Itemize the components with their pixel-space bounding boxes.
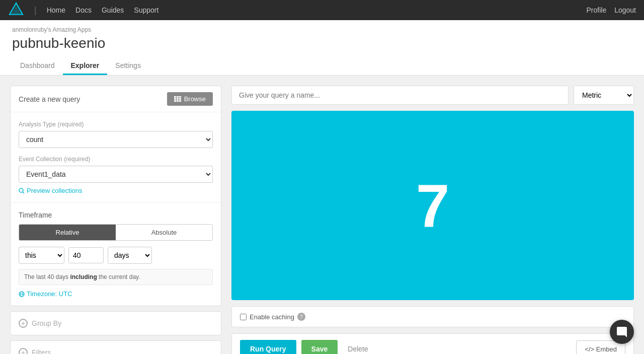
save-button[interactable]: Save	[301, 340, 338, 354]
svg-rect-7	[179, 98, 181, 100]
home-link[interactable]: Home	[47, 6, 65, 14]
timezone-link[interactable]: Timezone: UTC	[19, 290, 213, 298]
settings-tab[interactable]: Settings	[107, 57, 149, 75]
actions-row: Run Query Save Delete </> Embed	[231, 333, 634, 354]
topnav-separator: |	[34, 6, 37, 15]
timeframe-tabs: Relative Absolute	[19, 224, 213, 241]
page-header: anmolonruby's Amazing Apps pubnub-keenio…	[0, 20, 644, 76]
svg-rect-9	[177, 100, 179, 102]
globe-icon	[19, 291, 25, 297]
browse-button-label: Browse	[184, 95, 206, 103]
browse-button[interactable]: Browse	[167, 92, 213, 106]
logo	[8, 2, 24, 19]
grid-icon	[174, 96, 181, 102]
result-number: 7	[416, 175, 450, 236]
docs-link[interactable]: Docs	[75, 6, 92, 14]
left-panel: Create a new query Browse	[10, 86, 221, 354]
metric-select[interactable]: Metric Chart Table	[574, 86, 634, 105]
timeframe-section: Timeframe Relative Absolute this previou…	[11, 202, 221, 306]
guides-link[interactable]: Guides	[102, 6, 124, 14]
caching-help-icon[interactable]: ?	[297, 313, 305, 321]
explorer-tab[interactable]: Explorer	[63, 57, 108, 75]
topnav: | Home Docs Guides Support Profile Logou…	[0, 0, 644, 20]
run-query-button[interactable]: Run Query	[240, 340, 296, 354]
event-collection-label: Event Collection (required)	[19, 155, 213, 163]
enable-caching-checkbox[interactable]	[240, 314, 247, 320]
query-panel: Create a new query Browse	[10, 86, 221, 306]
svg-rect-4	[179, 96, 181, 98]
chat-icon	[616, 326, 628, 338]
create-query-label: Create a new query	[19, 95, 80, 103]
analysis-type-label: Analysis Type (required)	[19, 120, 213, 128]
filters-label: Filters	[32, 348, 51, 354]
timeframe-label: Timeframe	[19, 211, 213, 219]
query-name-input[interactable]	[231, 86, 569, 105]
relative-tab[interactable]: Relative	[19, 225, 116, 240]
right-panel: Metric Chart Table 7 Enable caching ? Ru…	[231, 86, 634, 354]
logout-link[interactable]: Logout	[614, 6, 636, 14]
page-nav: Dashboard Explorer Settings	[12, 57, 149, 75]
query-body: Analysis Type (required) count sum avera…	[11, 112, 221, 202]
svg-rect-6	[177, 98, 179, 100]
preview-collections-link[interactable]: Preview collections	[19, 187, 213, 194]
timeframe-row: this previous days hours minutes weeks m…	[19, 247, 213, 264]
delete-button[interactable]: Delete	[343, 340, 373, 354]
timeframe-hint: The last 40 days including the current d…	[19, 269, 213, 285]
timeframe-number-input[interactable]	[68, 247, 104, 263]
svg-line-12	[23, 192, 24, 193]
svg-point-11	[19, 188, 23, 192]
query-panel-header: Create a new query Browse	[11, 86, 221, 112]
svg-rect-3	[177, 96, 179, 98]
chat-bubble[interactable]	[610, 320, 634, 344]
timeframe-this-select[interactable]: this previous	[19, 247, 64, 264]
group-by-section[interactable]: + Group By	[10, 311, 221, 335]
filters-section[interactable]: + Filters	[10, 340, 221, 354]
group-by-plus-icon: +	[19, 319, 28, 328]
support-link[interactable]: Support	[134, 6, 158, 14]
svg-rect-5	[174, 98, 176, 100]
svg-rect-10	[179, 100, 181, 102]
query-name-row: Metric Chart Table	[231, 86, 634, 105]
app-owner-subtitle: anmolonruby's Amazing Apps	[12, 26, 149, 33]
profile-link[interactable]: Profile	[586, 6, 606, 14]
event-collection-select[interactable]: Event1_data Event2_data Event3_data	[19, 166, 213, 183]
result-display: 7	[231, 111, 634, 300]
timeframe-unit-select[interactable]: days hours minutes weeks months	[108, 247, 152, 264]
dashboard-tab[interactable]: Dashboard	[12, 57, 63, 75]
svg-rect-8	[174, 100, 176, 102]
group-by-label: Group By	[32, 319, 61, 327]
main-content: Create a new query Browse	[0, 76, 644, 354]
absolute-tab[interactable]: Absolute	[116, 225, 212, 240]
svg-rect-2	[174, 96, 176, 98]
search-icon	[19, 188, 25, 194]
filters-plus-icon: +	[19, 348, 28, 354]
analysis-type-select[interactable]: count sum average minimum maximum count_…	[19, 131, 213, 148]
enable-caching-label[interactable]: Enable caching ?	[240, 313, 305, 321]
app-title: pubnub-keenio	[12, 35, 149, 51]
controls-row: Enable caching ?	[231, 306, 634, 327]
